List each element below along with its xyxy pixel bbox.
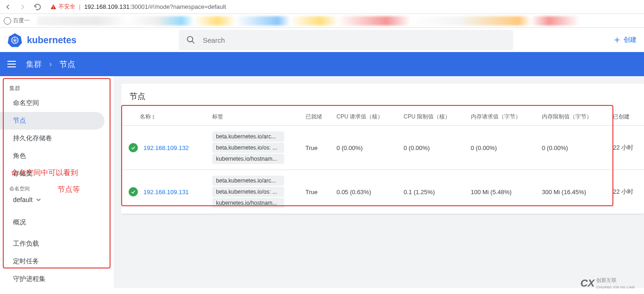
browser-nav-bar: 不安全 | 192.168.109.131:30001/#!/node?name… [0, 0, 644, 14]
search-box[interactable] [179, 30, 513, 50]
url-path: :30001/#!/node?namespace=default [130, 3, 226, 10]
sidebar-item-cronjobs[interactable]: 定时任务 [0, 253, 104, 270]
bookmarks-bar: 百度一 [0, 14, 644, 28]
insecure-label: 不安全 [59, 3, 75, 11]
chevron-down-icon [36, 198, 41, 201]
search-input[interactable] [203, 36, 506, 44]
th-created[interactable]: 已创建 [608, 108, 644, 126]
nodes-table: 名称▲▼ 标签 已就绪 CPU 请求值（核） CPU 限制值（核） 内存请求值（… [121, 108, 644, 214]
bookmark-label: 百度一 [13, 17, 30, 25]
cell-cpu-lim: 0 (0.00%) [399, 126, 466, 170]
kubernetes-logo-icon [7, 33, 22, 47]
breadcrumb-bar: 集群 › 节点 [0, 52, 644, 76]
sidebar-item-roles[interactable]: 角色 [0, 147, 104, 165]
sort-icon: ▲▼ [152, 114, 155, 120]
sidebar: 集群 命名空间 节点 持久化存储卷 角色 存储类 命名空间中可以看到 命名空间 … [0, 76, 114, 288]
th-ready[interactable]: 已就绪 [301, 108, 332, 126]
bookmark-item[interactable]: 百度一 [4, 17, 30, 25]
annotation-text-2: 节点等 [58, 185, 80, 195]
url-bar[interactable]: 不安全 | 192.168.109.131:30001/#!/node?name… [50, 3, 226, 11]
logo-area[interactable]: kubernetes [7, 33, 77, 47]
cell-cpu-lim: 0.1 (1.25%) [399, 170, 466, 214]
forward-icon[interactable] [19, 3, 27, 11]
blurred-bookmarks [37, 16, 639, 26]
globe-icon [4, 17, 11, 25]
cell-created: 22 小时 [608, 170, 644, 214]
main-content: 节点 名称▲▼ 标签 已就绪 CPU 请求值（核） CPU 限制值（核） 内存请… [114, 76, 644, 288]
nav-icons [4, 3, 42, 11]
th-labels[interactable]: 标签 [208, 108, 300, 126]
search-icon [186, 35, 195, 45]
status-ok-icon [129, 143, 138, 152]
cell-created: 22 小时 [608, 126, 644, 170]
table-row: 192.168.109.132 beta.kubernetes.io/arc..… [121, 126, 644, 170]
sidebar-item-daemonsets[interactable]: 守护进程集 [0, 270, 104, 288]
svg-rect-0 [53, 6, 53, 7]
cell-labels: beta.kubernetes.io/arc...beta.kubernetes… [208, 126, 300, 170]
reload-icon[interactable] [33, 3, 42, 11]
label-chip: kubernetes.io/hostnam... [212, 154, 284, 164]
status-ok-icon [129, 187, 138, 196]
node-link[interactable]: 192.168.109.131 [143, 189, 189, 196]
create-button[interactable]: 创建 [613, 36, 637, 44]
logo-text: kubernetes [27, 35, 77, 46]
th-mem-lim[interactable]: 内存限制值（字节） [537, 108, 608, 126]
svg-rect-1 [53, 8, 53, 8]
sidebar-section-namespace: 命名空间 [0, 184, 114, 193]
cell-mem-lim: 0 (0.00%) [537, 126, 608, 170]
create-label: 创建 [624, 36, 637, 44]
sidebar-item-pv[interactable]: 持久化存储卷 [0, 130, 104, 147]
cell-mem-req: 100 Mi (5.48%) [466, 170, 537, 214]
th-cpu-req[interactable]: CPU 请求值（核） [332, 108, 399, 126]
cell-cpu-req: 0.05 (0.63%) [332, 170, 399, 214]
sidebar-item-overview[interactable]: 概况 [0, 214, 104, 231]
table-row: 192.168.109.131 beta.kubernetes.io/arc..… [121, 170, 644, 214]
label-chip: beta.kubernetes.io/arc... [212, 131, 284, 142]
back-icon[interactable] [4, 3, 12, 11]
warning-icon [50, 4, 57, 10]
plus-icon [613, 36, 621, 44]
svg-point-11 [187, 37, 193, 42]
cell-ready: True [301, 170, 332, 214]
label-chip: beta.kubernetes.io/os: ... [212, 187, 284, 197]
node-link[interactable]: 192.168.109.132 [143, 144, 189, 151]
url-host: 192.168.109.131 [84, 3, 130, 10]
nodes-card: 节点 名称▲▼ 标签 已就绪 CPU 请求值（核） CPU 限制值（核） 内存请… [121, 84, 644, 214]
app-bar: kubernetes 创建 [0, 28, 644, 52]
th-mem-req[interactable]: 内存请求值（字节） [466, 108, 537, 126]
annotation-text-1: 命名空间中可以看到 [11, 168, 78, 178]
breadcrumb-current: 节点 [59, 59, 75, 70]
breadcrumb-root[interactable]: 集群 [26, 59, 42, 70]
label-chip: kubernetes.io/hostnam... [212, 198, 284, 208]
label-chip: beta.kubernetes.io/os: ... [212, 143, 284, 153]
breadcrumb-sep: › [49, 59, 52, 69]
insecure-warning: 不安全 [50, 3, 75, 11]
cell-labels: beta.kubernetes.io/arc...beta.kubernetes… [208, 170, 300, 214]
sidebar-item-namespaces[interactable]: 命名空间 [0, 94, 104, 112]
sidebar-item-workloads[interactable]: 工作负载 [0, 235, 104, 253]
th-name[interactable]: 名称▲▼ [121, 108, 208, 126]
cell-mem-req: 0 (0.00%) [466, 126, 537, 170]
cell-ready: True [301, 126, 332, 170]
label-chip: beta.kubernetes.io/arc... [212, 176, 284, 186]
card-title: 节点 [121, 91, 644, 108]
sidebar-item-nodes[interactable]: 节点 [0, 112, 104, 130]
hamburger-icon[interactable] [7, 59, 19, 70]
layout: 集群 命名空间 节点 持久化存储卷 角色 存储类 命名空间中可以看到 命名空间 … [0, 76, 644, 288]
namespace-value: default [13, 196, 33, 203]
namespace-select[interactable]: default [0, 193, 114, 210]
footer-brand: CX 创新互联CHUANG XIN HU LIAN [580, 277, 635, 288]
cell-mem-lim: 300 Mi (16.45%) [537, 170, 608, 214]
svg-line-12 [192, 41, 194, 44]
cell-cpu-req: 0 (0.00%) [332, 126, 399, 170]
th-cpu-lim[interactable]: CPU 限制值（核） [399, 108, 466, 126]
sidebar-section-cluster: 集群 [0, 81, 114, 94]
